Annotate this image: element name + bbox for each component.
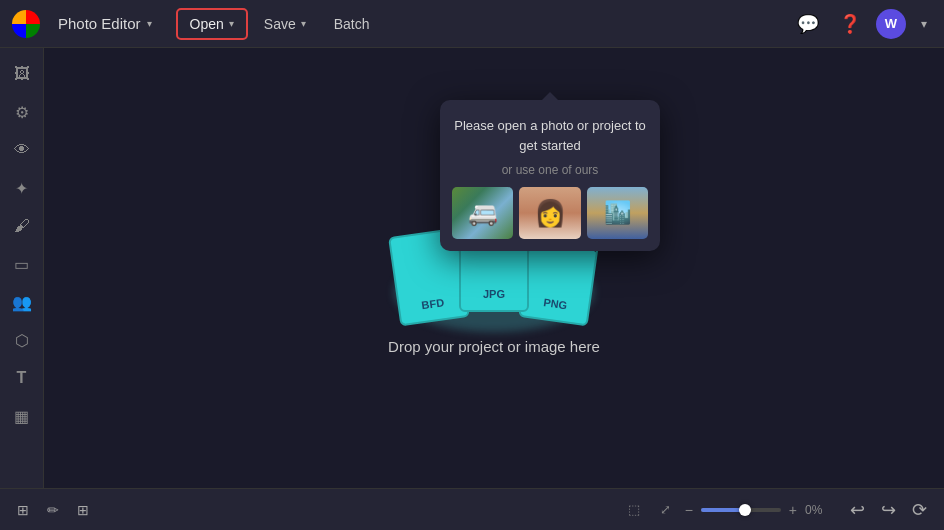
zoom-percent: 0% <box>805 503 837 517</box>
layers-bottom-button[interactable]: ⊞ <box>12 497 34 523</box>
bottombar: ⊞ ✏ ⊞ ⬚ ⤢ − + 0% ↩ ↪ ⟳ <box>0 488 944 530</box>
zoom-out-icon[interactable]: − <box>685 502 693 518</box>
account-button[interactable]: W <box>876 9 906 39</box>
account-chevron[interactable]: ▾ <box>916 12 932 36</box>
feedback-icon: 💬 <box>797 14 819 34</box>
open-dropdown: Please open a photo or project to get st… <box>440 100 660 251</box>
save-chevron: ▾ <box>301 18 306 29</box>
open-label: Open <box>190 16 224 32</box>
sample-person[interactable] <box>519 187 580 239</box>
drop-text: Drop your project or image here <box>388 338 600 355</box>
sidebar-item-sparkle[interactable]: ✦ <box>6 172 38 204</box>
frame-fit-button[interactable]: ⬚ <box>622 499 646 520</box>
sidebar-item-people[interactable]: 👥 <box>6 286 38 318</box>
sidebar-item-effects[interactable]: ⬡ <box>6 324 38 356</box>
bottom-left-tools: ⊞ ✏ ⊞ <box>12 497 94 523</box>
edit-bottom-button[interactable]: ✏ <box>42 497 64 523</box>
open-chevron: ▾ <box>229 18 234 29</box>
sidebar-item-paint[interactable]: 🖌 <box>6 210 38 242</box>
zoom-in-icon[interactable]: + <box>789 502 797 518</box>
canvas-area[interactable]: BFD JPG PNG Drop your project or image h… <box>44 48 944 488</box>
sidebar-item-adjust[interactable]: ⚙ <box>6 96 38 128</box>
main-layout: 🖼 ⚙ 👁 ✦ 🖌 ▭ 👥 ⬡ T ▦ BFD JPG <box>0 48 944 488</box>
zoom-thumb <box>739 504 751 516</box>
redo-button[interactable]: ↪ <box>876 494 901 526</box>
batch-button[interactable]: Batch <box>322 10 382 38</box>
frame-expand-button[interactable]: ⤢ <box>654 499 677 520</box>
sidebar-item-frames[interactable]: ▦ <box>6 400 38 432</box>
app-title-text: Photo Editor <box>58 15 141 32</box>
batch-label: Batch <box>334 16 370 32</box>
dropdown-title: Please open a photo or project to get st… <box>452 116 648 155</box>
save-label: Save <box>264 16 296 32</box>
grid-bottom-button[interactable]: ⊞ <box>72 497 94 523</box>
history-button[interactable]: ⟳ <box>907 494 932 526</box>
zoom-controls: ⬚ ⤢ − + 0% <box>622 499 837 520</box>
zoom-slider[interactable] <box>701 508 781 512</box>
topbar-nav: Open ▾ Save ▾ Batch <box>176 8 382 40</box>
app-title-chevron: ▾ <box>147 18 152 29</box>
sample-city[interactable] <box>587 187 648 239</box>
app-title-button[interactable]: Photo Editor ▾ <box>50 11 160 36</box>
file-label-png: PNG <box>543 296 568 311</box>
sample-images <box>452 187 648 239</box>
bottom-right-tools: ↩ ↪ ⟳ <box>845 494 932 526</box>
left-sidebar: 🖼 ⚙ 👁 ✦ 🖌 ▭ 👥 ⬡ T ▦ <box>0 48 44 488</box>
dropdown-subtitle: or use one of ours <box>452 163 648 177</box>
app-logo <box>12 10 40 38</box>
save-button[interactable]: Save ▾ <box>252 10 318 38</box>
sidebar-item-eye[interactable]: 👁 <box>6 134 38 166</box>
feedback-button[interactable]: 💬 <box>792 8 824 40</box>
topbar-right: 💬 ❓ W ▾ <box>792 8 932 40</box>
sidebar-item-layers[interactable]: ▭ <box>6 248 38 280</box>
undo-button[interactable]: ↩ <box>845 494 870 526</box>
topbar: Photo Editor ▾ Open ▾ Save ▾ Batch 💬 ❓ W… <box>0 0 944 48</box>
help-button[interactable]: ❓ <box>834 8 866 40</box>
help-icon: ❓ <box>839 14 861 34</box>
file-label-jpg: JPG <box>483 288 505 300</box>
sample-van[interactable] <box>452 187 513 239</box>
file-label-bfd: BFD <box>421 296 445 311</box>
sidebar-item-text[interactable]: T <box>6 362 38 394</box>
sidebar-item-image[interactable]: 🖼 <box>6 58 38 90</box>
avatar-initial: W <box>885 16 897 31</box>
open-button[interactable]: Open ▾ <box>176 8 248 40</box>
